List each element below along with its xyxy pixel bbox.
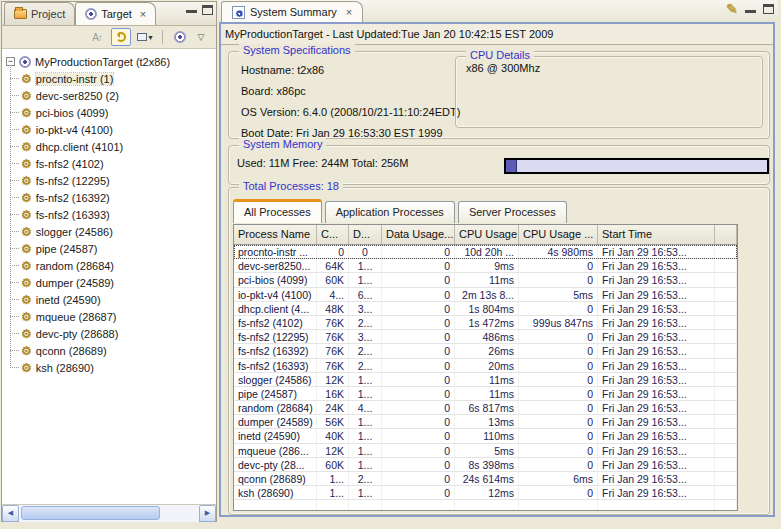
scrollbar-track[interactable] xyxy=(19,505,199,522)
column-header-c---[interactable]: C... xyxy=(317,225,349,244)
tree-item-pci-bios[interactable]: ⚙pci-bios (4099) xyxy=(2,104,216,121)
process-value-cell: 6ms xyxy=(519,472,598,485)
tab-target[interactable]: Target × xyxy=(75,2,156,25)
process-value-cell: 11ms xyxy=(455,273,519,286)
horizontal-scrollbar[interactable]: ◀ ▶ xyxy=(2,504,216,521)
process-value-cell: 0 xyxy=(382,330,455,343)
table-row-qconn[interactable]: qconn (28689)1...2...024s 614ms6msFri Ja… xyxy=(234,472,737,486)
navigator-panel: Project Target × A↑ ▾ ▽ − MyProductionTa… xyxy=(1,1,217,522)
table-row-procnto-instr[interactable]: procnto-instr ...00010d 20h ...4s 980msF… xyxy=(234,245,737,259)
sort-icon[interactable]: A↑ xyxy=(87,28,107,46)
hostname-value: Hostname: t2x86 xyxy=(241,60,460,81)
tree-item-fs-nfs2[interactable]: ⚙fs-nfs2 (4102) xyxy=(2,155,216,172)
table-row-inetd[interactable]: inetd (24590)40K1...0110ms0Fri Jan 29 16… xyxy=(234,429,737,443)
column-header-d---[interactable]: D... xyxy=(349,225,382,244)
scrollbar-thumb[interactable] xyxy=(21,506,160,520)
process-value-cell: 40K xyxy=(317,429,349,442)
table-row-dumper[interactable]: dumper (24589)56K1...013ms0Fri Jan 29 16… xyxy=(234,415,737,429)
system-summary-icon xyxy=(232,6,245,19)
process-value-cell xyxy=(715,415,737,428)
table-row-fs-nfs2[interactable]: fs-nfs2 (12295)76K3...0486ms0Fri Jan 29 … xyxy=(234,330,737,344)
process-name-cell: pci-bios (4099) xyxy=(234,273,317,286)
table-row-ksh[interactable]: ksh (28690)1...1...012ms0Fri Jan 29 16:5… xyxy=(234,486,737,500)
table-row-devc-ser8250[interactable]: devc-ser8250...64K1...09ms0Fri Jan 29 16… xyxy=(234,259,737,273)
new-target-icon[interactable] xyxy=(170,28,190,46)
column-header-start-time[interactable]: Start Time xyxy=(598,225,715,244)
tree-item-pipe[interactable]: ⚙pipe (24587) xyxy=(2,240,216,257)
navigator-toolbar: A↑ ▾ ▽ xyxy=(2,26,216,49)
process-value-cell: 0 xyxy=(382,387,455,400)
show-in-icon[interactable]: ▾ xyxy=(135,28,155,46)
maximize-icon[interactable] xyxy=(202,5,213,15)
tree-item-fs-nfs2[interactable]: ⚙fs-nfs2 (12295) xyxy=(2,172,216,189)
table-row-io-pkt-v4[interactable]: io-pkt-v4 (4100)4...6...02m 13s 8...5msF… xyxy=(234,288,737,302)
tree-item-devc-ser8250[interactable]: ⚙devc-ser8250 (2) xyxy=(2,87,216,104)
tab-system-summary[interactable]: System Summary × xyxy=(221,1,363,22)
column-header-process-name[interactable]: Process Name xyxy=(234,225,317,244)
table-row-devc-pty[interactable]: devc-pty (28...60K1...08s 398ms0Fri Jan … xyxy=(234,458,737,472)
close-icon[interactable]: × xyxy=(140,9,146,19)
maximize-icon[interactable] xyxy=(763,4,774,14)
gear-icon: ⚙ xyxy=(21,209,32,221)
tree-item-label: pipe (24587) xyxy=(36,243,98,255)
process-value-cell: 11ms xyxy=(455,387,519,400)
process-value-cell xyxy=(715,486,737,499)
process-name-cell: slogger (24586) xyxy=(234,373,317,386)
tree-item-random[interactable]: ⚙random (28684) xyxy=(2,257,216,274)
tree-item-mqueue[interactable]: ⚙mqueue (28687) xyxy=(2,308,216,325)
tree-item-fs-nfs2[interactable]: ⚙fs-nfs2 (16392) xyxy=(2,189,216,206)
process-value-cell: 2... xyxy=(349,472,382,485)
column-header-data-usage---[interactable]: Data Usage... xyxy=(382,225,455,244)
table-row-fs-nfs2[interactable]: fs-nfs2 (16392)76K2...026ms0Fri Jan 29 1… xyxy=(234,344,737,358)
process-value-cell: 26ms xyxy=(455,344,519,357)
tree-connector xyxy=(10,214,19,215)
process-value-cell: 1... xyxy=(349,415,382,428)
tree-root-myproductiontarget[interactable]: − MyProductionTarget (t2x86) xyxy=(2,53,216,70)
tab-project[interactable]: Project xyxy=(4,2,75,25)
gear-icon: ⚙ xyxy=(21,73,32,85)
process-value-cell xyxy=(715,330,737,343)
minimize-icon[interactable] xyxy=(745,5,756,13)
column-header-cpu-usage----[interactable]: CPU Usage ... xyxy=(519,225,598,244)
tree-connector xyxy=(10,78,19,79)
table-row-fs-nfs2[interactable]: fs-nfs2 (4102)76K2...01s 472ms999us 847n… xyxy=(234,316,737,330)
tree-item-io-pkt-v4[interactable]: ⚙io-pkt-v4 (4100) xyxy=(2,121,216,138)
table-row-pci-bios[interactable]: pci-bios (4099)60K1...011ms0Fri Jan 29 1… xyxy=(234,273,737,287)
table-row-pipe[interactable]: pipe (24587)16K1...011ms0Fri Jan 29 16:5… xyxy=(234,387,737,401)
table-row-slogger[interactable]: slogger (24586)12K1...011ms0Fri Jan 29 1… xyxy=(234,373,737,387)
tree-item-slogger[interactable]: ⚙slogger (24586) xyxy=(2,223,216,240)
process-value-cell: 1... xyxy=(349,444,382,457)
tree-item-devc-pty[interactable]: ⚙devc-pty (28688) xyxy=(2,325,216,342)
minimize-icon[interactable] xyxy=(186,5,197,13)
view-menu-icon[interactable]: ▽ xyxy=(194,28,208,46)
scroll-left-arrow-icon[interactable]: ◀ xyxy=(2,505,19,522)
gear-icon: ⚙ xyxy=(21,294,32,306)
process-name-cell: inetd (24590) xyxy=(234,429,317,442)
tree-item-ksh[interactable]: ⚙ksh (28690) xyxy=(2,359,216,376)
scroll-right-arrow-icon[interactable]: ▶ xyxy=(199,505,216,522)
column-header-spacer xyxy=(715,225,737,244)
tab-all-processes[interactable]: All Processes xyxy=(233,199,322,223)
tree-item-procnto-instr[interactable]: ⚙procnto-instr (1) xyxy=(2,70,216,87)
tree-item-dumper[interactable]: ⚙dumper (24589) xyxy=(2,274,216,291)
refresh-icon[interactable] xyxy=(111,28,131,46)
system-summary-view: System Summary × ✎ MyProductionTarget - … xyxy=(219,0,778,519)
table-row-fs-nfs2[interactable]: fs-nfs2 (16393)76K2...020ms0Fri Jan 29 1… xyxy=(234,359,737,373)
tree-item-dhcp.client[interactable]: ⚙dhcp.client (4101) xyxy=(2,138,216,155)
column-header-cpu-usage[interactable]: CPU Usage xyxy=(455,225,519,244)
tree-item-inetd[interactable]: ⚙inetd (24590) xyxy=(2,291,216,308)
table-row-random[interactable]: random (28684)24K4...06s 817ms0Fri Jan 2… xyxy=(234,401,737,415)
tree-item-label: dhcp.client (4101) xyxy=(36,141,123,153)
system-specifications-lines: Hostname: t2x86 Board: x86pc OS Version:… xyxy=(241,60,460,144)
tab-application-processes[interactable]: Application Processes xyxy=(325,201,455,223)
process-value-cell: 56K xyxy=(317,415,349,428)
close-icon[interactable]: × xyxy=(346,7,352,17)
pencil-icon[interactable]: ✎ xyxy=(726,2,738,16)
tab-server-processes[interactable]: Server Processes xyxy=(458,201,567,223)
table-row-dhcpclient[interactable]: dhcp.client (4...48K3...01s 804ms0Fri Ja… xyxy=(234,302,737,316)
tree-connector xyxy=(10,316,19,317)
tab-system-summary-label: System Summary xyxy=(250,6,337,18)
tree-item-fs-nfs2[interactable]: ⚙fs-nfs2 (16393) xyxy=(2,206,216,223)
table-row-mqueue[interactable]: mqueue (286...12K1...05ms0Fri Jan 29 16:… xyxy=(234,444,737,458)
tree-item-qconn[interactable]: ⚙qconn (28689) xyxy=(2,342,216,359)
